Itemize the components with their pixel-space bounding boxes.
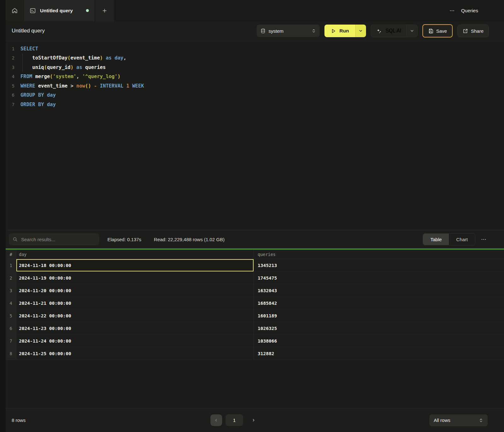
cell-row-number[interactable]: 1 [6, 259, 16, 271]
share-button[interactable]: Share [457, 25, 489, 37]
tab-title: Untitled query [40, 8, 82, 14]
cell-queries[interactable]: 312882 [254, 347, 504, 360]
chevron-left-icon [214, 418, 218, 422]
table-empty-area [6, 360, 504, 408]
cell-queries[interactable]: 1345213 [254, 259, 504, 271]
database-icon [261, 28, 266, 34]
search-input[interactable] [20, 236, 95, 242]
cell-day-selected[interactable]: 2024-11-18 00:00:00 [16, 259, 254, 271]
cell-day[interactable]: 2024-11-22 00:00:00 [16, 310, 254, 322]
view-toggle: Table Chart [423, 233, 475, 245]
line-number: 5 [6, 83, 14, 88]
table-row: 72024-11-24 00:00:001038066 [6, 335, 504, 347]
code-line: 1SELECT [6, 44, 504, 54]
save-icon [428, 28, 433, 34]
results-menu-icon[interactable] [481, 236, 487, 242]
indent-guide [22, 54, 23, 72]
header-index: # [6, 250, 16, 259]
more-menu-icon[interactable] [449, 8, 455, 14]
tab-untitled-query[interactable]: Untitled query [24, 0, 94, 21]
cell-queries[interactable]: 1685842 [254, 297, 504, 309]
new-tab-button[interactable] [95, 0, 114, 21]
page-size-select[interactable]: All rows [429, 414, 488, 426]
sql-ai-split-button: SQL AI [371, 25, 418, 37]
cell-day[interactable]: 2024-11-21 00:00:00 [16, 297, 254, 309]
cell-row-number[interactable]: 6 [6, 322, 16, 334]
row-count: 8 rows [12, 418, 26, 423]
main-column: Untitled query Queries Untitled query sy… [6, 0, 504, 432]
home-button[interactable] [6, 0, 24, 21]
sql-ai-button[interactable]: SQL AI [371, 25, 406, 37]
code-lines: 1SELECT2 toStartOfDay(event_time) as day… [6, 44, 504, 109]
read-stat: Read: 22,229,488 rows (1.02 GB) [154, 237, 225, 242]
play-icon [331, 28, 336, 34]
page-title: Untitled query [12, 28, 45, 34]
tab-bar: Untitled query Queries [6, 0, 504, 21]
cell-queries[interactable]: 1745475 [254, 272, 504, 284]
search-icon [13, 237, 18, 242]
save-button[interactable]: Save [422, 24, 453, 37]
cell-row-number[interactable]: 3 [6, 284, 16, 297]
header-day[interactable]: day [16, 250, 254, 259]
tabbar-right: Queries [449, 0, 504, 21]
table-row: 52024-11-22 00:00:001601189 [6, 310, 504, 322]
line-number: 2 [6, 55, 14, 60]
database-select-value: system [269, 28, 308, 34]
terminal-icon [30, 8, 36, 14]
cell-day[interactable]: 2024-11-20 00:00:00 [16, 284, 254, 297]
run-options-button[interactable] [355, 25, 366, 37]
tab-chart-view[interactable]: Chart [449, 234, 475, 245]
results-footer: 8 rows 1 All rows [6, 408, 504, 432]
cell-day[interactable]: 2024-11-19 00:00:00 [16, 272, 254, 284]
header-queries[interactable]: queries [254, 250, 504, 259]
sql-ai-options-button[interactable] [406, 25, 418, 37]
pagination: 1 [210, 414, 259, 426]
cell-queries[interactable]: 1026325 [254, 322, 504, 334]
results-search [9, 233, 99, 245]
cell-day[interactable]: 2024-11-23 00:00:00 [16, 322, 254, 334]
prev-page-button[interactable] [210, 414, 222, 426]
chevron-right-icon [251, 418, 255, 422]
cell-day[interactable]: 2024-11-24 00:00:00 [16, 335, 254, 347]
line-number: 4 [6, 74, 14, 79]
sparkles-icon [376, 28, 382, 34]
share-icon [463, 28, 468, 34]
line-number: 3 [6, 65, 14, 70]
code-line: 5WHERE event_time > now() - INTERVAL 1 W… [6, 81, 504, 91]
table-row: 82024-11-25 00:00:00312882 [6, 347, 504, 360]
table-body: 12024-11-18 00:00:00134521322024-11-19 0… [6, 259, 504, 360]
cell-day[interactable]: 2024-11-25 00:00:00 [16, 347, 254, 360]
chevron-down-icon [410, 29, 414, 33]
code-line: 6GROUP BY day [6, 91, 504, 100]
table-row: 22024-11-19 00:00:001745475 [6, 272, 504, 284]
table-row: 12024-11-18 00:00:001345213 [6, 259, 504, 272]
sql-editor[interactable]: 1SELECT2 toStartOfDay(event_time) as day… [6, 41, 504, 230]
database-select[interactable]: system [257, 25, 320, 37]
run-button[interactable]: Run [324, 25, 355, 37]
page-size-value: All rows [434, 418, 476, 423]
line-number: 1 [6, 46, 14, 51]
cell-row-number[interactable]: 8 [6, 347, 16, 360]
cell-queries[interactable]: 1632043 [254, 284, 504, 297]
cell-row-number[interactable]: 5 [6, 310, 16, 322]
sql-ai-button-label: SQL AI [386, 28, 401, 34]
code-line: 4FROM merge('system', '^query_log') [6, 72, 504, 82]
table-row: 62024-11-23 00:00:001026325 [6, 322, 504, 335]
query-toolbar: Untitled query system Run [6, 21, 504, 41]
plus-icon [102, 8, 107, 14]
chevron-down-icon [358, 29, 363, 33]
cell-queries[interactable]: 1038066 [254, 335, 504, 347]
run-split-button: Run [324, 25, 366, 37]
cell-row-number[interactable]: 4 [6, 297, 16, 309]
page-number-button[interactable]: 1 [226, 414, 243, 426]
cell-row-number[interactable]: 2 [6, 272, 16, 284]
cell-row-number[interactable]: 7 [6, 335, 16, 347]
tab-table-view[interactable]: Table [423, 234, 449, 245]
table-header: # day queries [6, 250, 504, 259]
line-number: 7 [6, 102, 14, 107]
queries-link[interactable]: Queries [461, 8, 478, 14]
cell-queries[interactable]: 1601189 [254, 310, 504, 322]
unsaved-changes-dot [86, 9, 89, 12]
save-button-label: Save [436, 28, 447, 34]
next-page-button[interactable] [248, 414, 259, 426]
